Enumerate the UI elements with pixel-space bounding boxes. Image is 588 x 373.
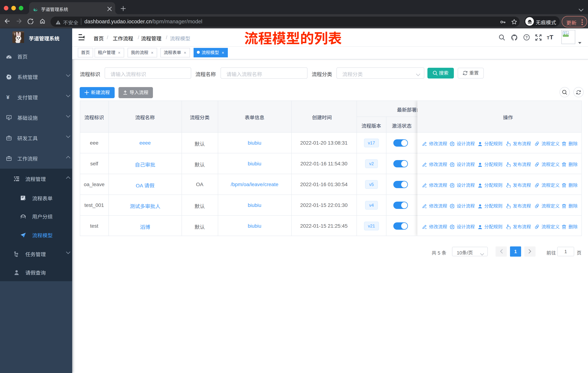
svg-text:?: ? [525, 35, 528, 39]
svg-text:T: T [547, 35, 550, 40]
svg-text:T: T [550, 34, 553, 40]
svg-text:¥: ¥ [6, 94, 10, 100]
